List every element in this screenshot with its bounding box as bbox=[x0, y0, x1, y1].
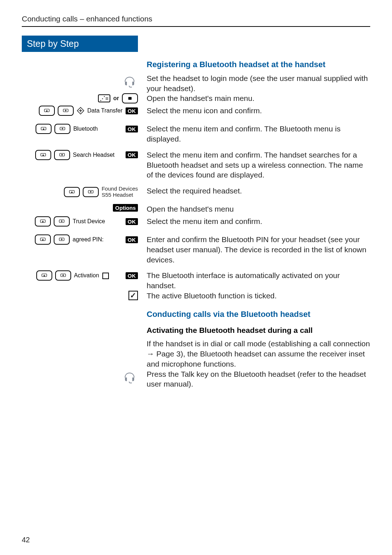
softkey-up-icon bbox=[54, 150, 70, 160]
softkey-up-icon bbox=[54, 124, 70, 134]
center-key-icon bbox=[122, 93, 138, 103]
svg-rect-0 bbox=[128, 97, 132, 100]
label-found-line1: Found Devices bbox=[102, 185, 138, 192]
text-open-hs-menu: Open the handset's menu bbox=[147, 204, 370, 214]
text-select-icon: Select the menu icon and confirm. bbox=[147, 106, 370, 116]
text-bluetooth: Select the menu item and confirm. The Bl… bbox=[147, 124, 370, 144]
softkey-down-icon bbox=[35, 234, 51, 245]
softkey-down-icon bbox=[35, 216, 51, 227]
softkey-up-icon bbox=[54, 216, 70, 227]
heading-activating: Activating the Bluetooth headset during … bbox=[147, 325, 370, 335]
text-activation: The Bluetooth interface is automatically… bbox=[147, 270, 370, 290]
text-pin: Enter and confirm the Bluetooth PIN for … bbox=[147, 234, 370, 265]
running-header: Conducting calls – enhanced functions bbox=[22, 15, 370, 23]
softkey-down-icon bbox=[39, 106, 55, 116]
menu-key-icon: ⋰≡ bbox=[98, 94, 110, 102]
label-found-devices: Found Devices S55 Headset bbox=[102, 186, 138, 198]
ok-badge: OK bbox=[126, 218, 138, 225]
text-press-talk: Press the Talk key on the Bluetooth head… bbox=[147, 369, 370, 389]
nav-diamond-icon bbox=[77, 107, 85, 115]
text-trust: Select the menu item and confirm. bbox=[147, 216, 370, 227]
text-ticked: The active Bluetooth function is ticked. bbox=[147, 291, 370, 301]
softkey-up-icon bbox=[83, 187, 99, 197]
softkey-up-icon bbox=[54, 234, 70, 245]
ok-badge: OK bbox=[126, 272, 138, 279]
checkbox-checked-icon: ✓ bbox=[128, 291, 138, 300]
ok-badge: OK bbox=[126, 126, 138, 132]
ok-badge: OK bbox=[126, 236, 138, 243]
label-trust-device: Trust Device bbox=[73, 218, 105, 225]
label-agreed-pin: agreed PIN: bbox=[73, 236, 103, 243]
ok-badge: OK bbox=[126, 151, 138, 158]
label-found-line2: S55 Headset bbox=[102, 192, 133, 198]
options-softkey: Options bbox=[113, 204, 138, 212]
softkey-down-icon bbox=[35, 150, 51, 160]
softkey-down-icon bbox=[36, 270, 52, 281]
manual-page: Conducting calls – enhanced functions St… bbox=[0, 0, 392, 555]
label-activation-text: Activation bbox=[74, 272, 99, 278]
heading-registering: Registering a Bluetooth headset at the h… bbox=[147, 59, 370, 70]
step-by-step-banner: Step by Step bbox=[22, 36, 138, 52]
header-rule bbox=[22, 26, 370, 27]
ok-badge: OK bbox=[126, 107, 138, 114]
softkey-down-icon bbox=[64, 187, 80, 197]
softkey-down-icon bbox=[36, 124, 52, 134]
label-data-transfer: Data Transfer bbox=[87, 107, 123, 114]
heading-conducting: Conducting calls via the Bluetooth heads… bbox=[147, 309, 370, 319]
label-activation: Activation bbox=[74, 272, 109, 279]
label-search-headset: Search Headset bbox=[73, 152, 115, 158]
softkey-up-icon bbox=[58, 106, 74, 116]
text-select-headset: Select the required headset. bbox=[147, 186, 370, 196]
headset-icon bbox=[121, 369, 138, 386]
headset-icon bbox=[121, 73, 138, 90]
text-search: Select the menu item and confirm. The ha… bbox=[147, 150, 370, 180]
label-bluetooth: Bluetooth bbox=[73, 126, 98, 132]
content-grid: Step by Step Registering a Bluetooth hea… bbox=[22, 36, 370, 389]
page-number: 42 bbox=[22, 536, 30, 544]
checkbox-empty-icon bbox=[102, 273, 109, 279]
softkey-up-icon bbox=[55, 270, 71, 281]
text-open-menu: Open the handset's main menu. bbox=[147, 93, 370, 103]
text-set-headset: Set the headset to login mode (see the u… bbox=[147, 73, 370, 93]
or-label: or bbox=[113, 95, 119, 102]
text-dial-mode: If the handset is in dial or call mode (… bbox=[147, 339, 370, 369]
